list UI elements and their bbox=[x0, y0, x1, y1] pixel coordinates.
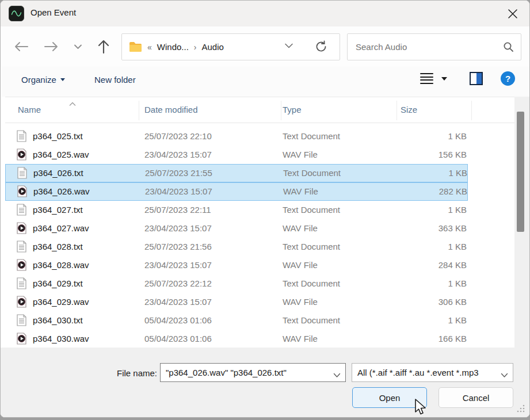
wav-file-icon bbox=[17, 185, 28, 198]
cancel-button-label: Cancel bbox=[463, 393, 490, 403]
window-title: Open Event bbox=[30, 7, 76, 17]
file-row[interactable]: p364_030.wav05/04/2023 01:06WAV File166 … bbox=[5, 330, 468, 348]
size-cell: 156 KB bbox=[362, 146, 467, 164]
wav-file-icon bbox=[17, 259, 27, 272]
sort-ascending-icon bbox=[68, 98, 77, 109]
date-modified-cell: 05/04/2023 01:06 bbox=[144, 330, 212, 348]
size-cell: 1 KB bbox=[362, 311, 467, 330]
up-icon[interactable] bbox=[94, 37, 113, 56]
type-cell: Text Document bbox=[283, 274, 340, 293]
file-row[interactable]: p364_027.wav23/04/2023 15:07WAV File363 … bbox=[5, 219, 468, 238]
type-cell: Text Document bbox=[283, 127, 340, 146]
chevron-down-icon bbox=[60, 78, 65, 81]
file-type-chevron-icon[interactable] bbox=[501, 370, 508, 380]
file-row[interactable]: p364_026.wav23/04/2023 15:07WAV File282 … bbox=[5, 182, 468, 201]
breadcrumb-overflow[interactable]: « bbox=[147, 43, 152, 52]
breadcrumb-current[interactable]: Audio bbox=[202, 42, 224, 52]
forward-icon[interactable] bbox=[42, 37, 60, 56]
preview-pane-icon[interactable] bbox=[470, 72, 483, 85]
date-modified-cell: 25/07/2023 22:11 bbox=[144, 201, 211, 219]
file-row[interactable]: p364_029.wav23/04/2023 15:07WAV File306 … bbox=[5, 293, 468, 311]
file-row[interactable]: p364_030.txt05/04/2023 01:06Text Documen… bbox=[5, 311, 468, 330]
back-icon[interactable] bbox=[12, 37, 30, 56]
file-name-value: "p364_026.wav" "p364_026.txt" bbox=[166, 364, 330, 381]
breadcrumb-parent[interactable]: Windo... bbox=[157, 42, 189, 52]
command-bar: Organize New folder ? bbox=[1, 67, 530, 97]
file-row[interactable]: p364_029.txt25/07/2023 22:12Text Documen… bbox=[5, 274, 468, 293]
scrollbar-thumb[interactable] bbox=[517, 112, 524, 232]
file-name-cell: p364_028.txt bbox=[33, 238, 83, 256]
file-row[interactable]: p364_028.txt25/07/2023 21:56Text Documen… bbox=[5, 238, 468, 256]
close-icon[interactable] bbox=[504, 5, 521, 22]
organize-label: Organize bbox=[21, 75, 56, 85]
file-name-combobox[interactable]: "p364_026.wav" "p364_026.txt" bbox=[160, 363, 346, 382]
size-cell: 1 KB bbox=[362, 201, 467, 219]
size-cell: 284 KB bbox=[362, 256, 467, 274]
text-file-icon bbox=[17, 240, 27, 253]
date-modified-cell: 25/07/2023 21:56 bbox=[144, 238, 212, 256]
recent-locations-chevron-icon[interactable] bbox=[68, 37, 87, 56]
size-cell: 282 KB bbox=[363, 183, 467, 200]
file-name-chevron-icon[interactable] bbox=[333, 370, 341, 380]
view-mode-chevron-icon[interactable] bbox=[441, 77, 447, 81]
column-header-date[interactable]: Date modified bbox=[144, 97, 198, 123]
search-box[interactable] bbox=[347, 33, 521, 60]
file-type-combobox[interactable]: All (*.aif *.aiff *.au *.event *.mp3 bbox=[352, 363, 513, 382]
type-cell: Text Document bbox=[283, 238, 340, 256]
column-header-name[interactable]: Name bbox=[18, 97, 41, 123]
type-cell: WAV File bbox=[283, 219, 318, 238]
file-name-cell: p364_030.txt bbox=[33, 311, 83, 330]
column-header-row: NameDate modifiedTypeSize bbox=[5, 97, 514, 123]
file-name-cell: p364_026.wav bbox=[33, 183, 90, 200]
file-row[interactable]: p364_025.txt25/07/2023 22:10Text Documen… bbox=[5, 127, 468, 146]
date-modified-cell: 05/04/2023 01:06 bbox=[144, 311, 212, 330]
type-cell: WAV File bbox=[283, 183, 318, 200]
search-icon[interactable] bbox=[503, 41, 514, 55]
address-dropdown-chevron-icon[interactable] bbox=[284, 41, 293, 51]
view-mode-icon[interactable] bbox=[420, 73, 433, 84]
file-row[interactable]: p364_027.txt25/07/2023 22:11Text Documen… bbox=[5, 201, 468, 219]
new-folder-label: New folder bbox=[94, 75, 136, 85]
file-list: p364_025.txt25/07/2023 22:10Text Documen… bbox=[5, 123, 514, 348]
search-input[interactable] bbox=[356, 34, 494, 60]
date-modified-cell: 25/07/2023 22:10 bbox=[144, 127, 212, 146]
open-event-dialog: Open Event bbox=[0, 0, 530, 418]
type-cell: Text Document bbox=[283, 165, 341, 182]
file-name-cell: p364_025.wav bbox=[33, 146, 89, 164]
resize-grip[interactable] bbox=[516, 404, 525, 415]
column-header-type[interactable]: Type bbox=[283, 97, 302, 123]
file-name-cell: p364_025.txt bbox=[33, 127, 83, 146]
new-folder-button[interactable]: New folder bbox=[94, 75, 136, 85]
size-cell: 1 KB bbox=[362, 274, 467, 293]
title-bar: Open Event bbox=[1, 1, 529, 26]
column-header-size[interactable]: Size bbox=[401, 97, 417, 123]
breadcrumb-separator: › bbox=[194, 43, 197, 52]
size-cell: 306 KB bbox=[362, 293, 467, 311]
file-name-label: File name: bbox=[81, 368, 157, 378]
type-cell: WAV File bbox=[283, 146, 318, 164]
date-modified-cell: 23/04/2023 15:07 bbox=[145, 183, 212, 200]
folder-icon bbox=[129, 41, 142, 52]
dialog-footer: File name: "p364_026.wav" "p364_026.txt"… bbox=[1, 348, 529, 418]
file-row[interactable]: p364_028.wav23/04/2023 15:07WAV File284 … bbox=[5, 256, 468, 274]
cancel-button[interactable]: Cancel bbox=[439, 387, 513, 408]
refresh-icon[interactable] bbox=[315, 40, 327, 55]
file-name-cell: p364_029.wav bbox=[33, 293, 89, 311]
waveform-app-icon bbox=[9, 6, 24, 21]
size-cell: 363 KB bbox=[362, 219, 467, 238]
file-name-cell: p364_027.txt bbox=[33, 201, 83, 219]
date-modified-cell: 23/04/2023 15:07 bbox=[144, 219, 212, 238]
help-button[interactable]: ? bbox=[501, 71, 515, 86]
wav-file-icon bbox=[17, 333, 27, 345]
wav-file-icon bbox=[17, 222, 27, 235]
organize-button[interactable]: Organize bbox=[21, 75, 65, 85]
file-row[interactable]: p364_026.txt25/07/2023 21:55Text Documen… bbox=[5, 164, 468, 182]
text-file-icon bbox=[17, 204, 27, 216]
type-cell: WAV File bbox=[283, 293, 318, 311]
wav-file-icon bbox=[17, 296, 27, 308]
file-row[interactable]: p364_025.wav23/04/2023 15:07WAV File156 … bbox=[5, 146, 468, 164]
address-bar[interactable]: « Windo... › Audio bbox=[121, 33, 340, 60]
text-file-icon bbox=[17, 130, 27, 143]
file-name-cell: p364_029.txt bbox=[33, 274, 83, 293]
date-modified-cell: 23/04/2023 15:07 bbox=[144, 256, 212, 274]
